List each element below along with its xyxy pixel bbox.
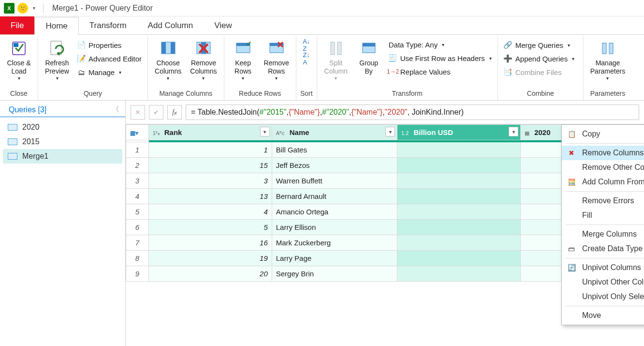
- row-number: 9: [126, 266, 149, 282]
- cell-billion-usd[interactable]: [397, 235, 521, 251]
- qat-dropdown-icon[interactable]: ▾: [31, 5, 37, 11]
- cell-name[interactable]: Amancio Ortega: [272, 204, 397, 220]
- cell-rank[interactable]: 4: [148, 204, 272, 220]
- column-filter-icon[interactable]: ▾: [385, 127, 395, 136]
- tab-view[interactable]: View: [204, 16, 243, 34]
- refresh-preview-button[interactable]: Refresh Preview ▾: [42, 39, 72, 82]
- svg-rect-5: [161, 42, 166, 54]
- ctx-unpivot-columns[interactable]: 🔄 Unpivot Columns: [562, 260, 644, 275]
- cell-rank[interactable]: 15: [148, 158, 272, 173]
- keep-rows-button[interactable]: ✔ Keep Rows ▾: [228, 39, 258, 82]
- fx-button[interactable]: fx: [167, 105, 182, 120]
- cell-billion-usd[interactable]: [397, 189, 521, 204]
- cell-name[interactable]: Warren Buffett: [272, 173, 397, 189]
- remove-columns-button[interactable]: Remove Columns ▾: [187, 39, 220, 82]
- properties-button[interactable]: 📄 Properties: [75, 40, 144, 50]
- column-header-billion-usd[interactable]: 1.2 Billion USD ▾: [397, 125, 521, 140]
- cell-rank[interactable]: 16: [148, 235, 272, 251]
- cell-name[interactable]: Jeff Bezos: [272, 158, 397, 173]
- queries-header[interactable]: Queries [3] 〈: [0, 101, 125, 117]
- svg-rect-19: [337, 42, 341, 55]
- column-header-name[interactable]: Aᴮc Name ▾: [272, 125, 397, 140]
- ctx-unpivot-only-selected[interactable]: Unpivot Only Selected Columns: [562, 289, 644, 304]
- advanced-editor-button[interactable]: 📝 Advanced Editor: [75, 53, 144, 64]
- cell-rank[interactable]: 5: [148, 220, 272, 235]
- formula-input[interactable]: = Table.NestedJoin( #"2015", {"Name"}, #…: [186, 105, 639, 120]
- tab-add-column[interactable]: Add Column: [137, 16, 204, 34]
- ctx-remove-errors[interactable]: Remove Errors: [562, 194, 644, 208]
- cell-billion-usd[interactable]: [397, 173, 521, 189]
- menu-separator: [566, 258, 644, 258]
- ctx-copy[interactable]: 📋 Copy: [562, 127, 644, 141]
- ctx-merge-columns[interactable]: Merge Columns: [562, 227, 644, 241]
- cell-billion-usd[interactable]: [397, 251, 521, 266]
- cell-rank[interactable]: 1: [148, 142, 272, 158]
- remove-rows-button[interactable]: Remove Rows ▾: [261, 39, 292, 82]
- remove-columns-icon: ✖: [567, 148, 576, 158]
- window-title: Merge1 - Power Query Editor: [49, 4, 153, 13]
- collapse-pane-icon[interactable]: 〈: [112, 105, 119, 115]
- data-type-button[interactable]: Data Type: Any: [387, 40, 494, 50]
- remove-rows-icon: [268, 40, 285, 57]
- tab-transform[interactable]: Transform: [79, 16, 137, 34]
- ctx-move[interactable]: Move ▶: [562, 308, 644, 323]
- row-number-header[interactable]: ▦▾: [126, 125, 149, 140]
- first-row-headers-button[interactable]: 🧾 Use First Row as Headers: [387, 53, 494, 63]
- table-icon: [8, 124, 17, 131]
- group-label-reduce-rows: Reduce Rows: [228, 89, 292, 99]
- manage-parameters-button[interactable]: Manage Parameters ▾: [587, 39, 628, 82]
- ctx-fill[interactable]: Fill ▶: [562, 208, 644, 223]
- cell-name[interactable]: Sergey Brin: [272, 266, 397, 282]
- ctx-create-data-type[interactable]: 🗃 Create Data Type: [562, 241, 644, 256]
- ctx-unpivot-other-columns[interactable]: Unpivot Other Columns: [562, 275, 644, 289]
- cell-billion-usd[interactable]: [397, 158, 521, 173]
- accept-formula-button[interactable]: ✔: [149, 105, 163, 120]
- cell-name[interactable]: Larry Ellison: [272, 220, 397, 235]
- sort-descending-button[interactable]: Z↓A: [300, 53, 313, 64]
- tab-file[interactable]: File: [0, 16, 34, 34]
- cell-rank[interactable]: 13: [148, 189, 272, 204]
- group-by-button[interactable]: Group By: [354, 39, 384, 76]
- sort-ascending-button[interactable]: A↓Z: [300, 40, 313, 50]
- type-number-icon: 1²₃: [153, 130, 160, 136]
- cell-rank[interactable]: 20: [148, 266, 272, 282]
- cell-billion-usd[interactable]: [397, 266, 521, 282]
- menu-separator: [566, 306, 644, 306]
- cell-billion-usd[interactable]: [397, 220, 521, 235]
- smiley-icon[interactable]: 🙂: [17, 3, 28, 14]
- cancel-formula-button[interactable]: ✕: [131, 105, 145, 120]
- cell-rank[interactable]: 3: [148, 173, 272, 189]
- cell-name[interactable]: Mark Zuckerberg: [272, 235, 397, 251]
- append-queries-button[interactable]: ➕ Append Queries: [502, 53, 579, 64]
- cell-billion-usd[interactable]: [397, 142, 521, 158]
- close-and-load-button[interactable]: Close & Load ▾: [4, 39, 34, 82]
- column-filter-icon[interactable]: ▾: [509, 127, 518, 136]
- properties-icon: 📄: [77, 41, 86, 49]
- queries-pane: Queries [3] 〈 2020 2015 Merge1: [0, 101, 126, 346]
- ctx-add-column-from-examples[interactable]: 🧮 Add Column From Examples...: [562, 175, 644, 189]
- tab-home[interactable]: Home: [34, 17, 78, 35]
- query-item-2020[interactable]: 2020: [3, 120, 122, 135]
- cell-billion-usd[interactable]: [397, 204, 521, 220]
- group-label-transform: Transform: [321, 89, 494, 99]
- ctx-remove-columns[interactable]: ✖ Remove Columns: [562, 146, 644, 160]
- table-menu-icon[interactable]: ▦▾: [130, 130, 138, 136]
- query-item-merge1[interactable]: Merge1: [3, 149, 122, 164]
- cell-name[interactable]: Bernard Arnault: [272, 189, 397, 204]
- cell-rank[interactable]: 19: [148, 251, 272, 266]
- ctx-remove-other-columns[interactable]: Remove Other Columns: [562, 160, 644, 175]
- menu-separator: [566, 191, 644, 192]
- cell-name[interactable]: Larry Page: [272, 251, 397, 266]
- data-grid[interactable]: ▦▾ 1²₃ Rank ▾ Aᴮc Name ▾: [126, 124, 644, 346]
- column-header-rank[interactable]: 1²₃ Rank ▾: [148, 125, 272, 140]
- column-filter-icon[interactable]: ▾: [260, 127, 270, 136]
- group-label-parameters: Parameters: [587, 89, 628, 99]
- replace-values-button[interactable]: 1→2 Replace Values: [387, 66, 494, 77]
- merge-queries-button[interactable]: 🔗 Merge Queries: [502, 40, 579, 50]
- manage-button[interactable]: 🗂 Manage: [75, 67, 144, 77]
- choose-columns-button[interactable]: Choose Columns ▾: [152, 39, 184, 82]
- cell-name[interactable]: Bill Gates: [272, 142, 397, 158]
- table-icon: [8, 153, 17, 160]
- split-column-button[interactable]: Split Column ▾: [321, 39, 351, 82]
- query-item-2015[interactable]: 2015: [3, 135, 122, 149]
